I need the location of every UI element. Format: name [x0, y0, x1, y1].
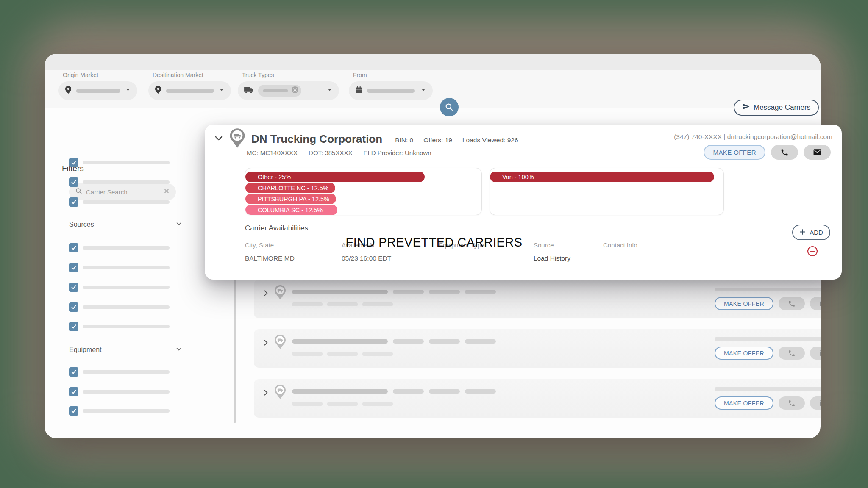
checkbox-checked[interactable]	[69, 197, 78, 207]
screen: Origin Market Desitination Market	[0, 0, 868, 488]
carrier-row-summary	[262, 334, 496, 356]
minus-circle-icon	[807, 246, 818, 257]
carrier-search-input[interactable]	[86, 189, 160, 196]
call-button[interactable]	[779, 347, 805, 360]
clear-search-icon[interactable]	[163, 188, 170, 196]
remove-availability-button[interactable]	[807, 246, 818, 257]
from-date-label: From	[353, 72, 433, 78]
lane-pill-label: Other - 25%	[258, 174, 291, 180]
search-button[interactable]	[440, 98, 459, 116]
chip-clear-icon[interactable]	[291, 86, 299, 95]
lane-pill: CHARLOTTE NC - 12.5%	[245, 183, 335, 193]
chevron-down-icon	[175, 345, 183, 355]
origin-market-value-placeholder	[76, 89, 120, 93]
chevron-down-icon	[175, 220, 183, 229]
email-button[interactable]	[810, 297, 821, 310]
checkbox-checked[interactable]	[69, 302, 78, 312]
carrier-actions: MAKE OFFER	[704, 145, 831, 160]
make-offer-button[interactable]: MAKE OFFER	[715, 347, 773, 360]
add-availability-button[interactable]: ADD	[792, 225, 830, 240]
origin-market-select[interactable]	[58, 81, 137, 100]
carrier-row-collapsed[interactable]: MAKE OFFER	[254, 379, 821, 418]
checkbox-checked[interactable]	[69, 263, 78, 272]
filter-bar: Origin Market Desitination Market	[45, 70, 821, 108]
carrier-row-collapsed[interactable]: MAKE OFFER	[254, 329, 821, 368]
filter-option-row	[69, 387, 170, 396]
chevron-down-icon	[125, 86, 131, 95]
carrier-stats: BIN: 0 Offers: 19 Loads Viewed: 926	[395, 134, 518, 144]
filter-option-row	[69, 406, 170, 416]
equipment-section-header[interactable]: Equipment	[69, 345, 183, 355]
filter-option-placeholder	[83, 266, 170, 269]
filter-option-row	[69, 243, 170, 252]
lane-pill: COLUMBIA SC - 12.5%	[245, 205, 337, 215]
from-date-select[interactable]	[349, 81, 433, 100]
carrier-pin-truck-icon	[274, 334, 286, 351]
truck-type-chip-placeholder	[263, 89, 288, 92]
filter-option-placeholder	[83, 305, 170, 309]
email-button[interactable]	[810, 347, 821, 360]
call-button[interactable]	[771, 145, 798, 160]
checkbox-checked[interactable]	[69, 406, 78, 416]
checkbox-checked[interactable]	[69, 283, 78, 292]
call-button[interactable]	[779, 396, 805, 410]
chevron-right-icon[interactable]	[262, 338, 270, 349]
bin-stat: BIN: 0	[395, 136, 413, 144]
truck-types-label: Truck Types	[242, 72, 339, 78]
make-offer-button[interactable]: MAKE OFFER	[715, 297, 773, 310]
phone-icon	[788, 349, 796, 357]
message-carriers-button[interactable]: Message Carriers	[734, 100, 819, 116]
checkbox-checked[interactable]	[69, 243, 78, 252]
truck-type-chip[interactable]	[258, 85, 301, 97]
lane-pill-label: COLUMBIA SC - 12.5%	[258, 207, 323, 214]
truck-types-filter: Truck Types	[238, 72, 339, 100]
lane-pill: Other - 25%	[245, 172, 425, 182]
calendar-icon	[355, 86, 363, 96]
carrier-name: DN Trucking Corporation	[251, 133, 382, 146]
location-pin-icon	[64, 86, 72, 96]
availability-contact-info	[603, 255, 754, 262]
chevron-down-icon	[326, 86, 333, 95]
mail-icon	[813, 149, 822, 156]
truck-icon	[244, 86, 254, 96]
lane-pill: PITTSBURGH PA - 12.5%	[245, 194, 336, 204]
contact-placeholder	[715, 288, 821, 291]
truck-types-select[interactable]	[238, 81, 339, 100]
filter-option-row	[69, 302, 170, 312]
availability-equipment-type	[439, 255, 534, 262]
loads-viewed-stat: Loads Viewed: 926	[462, 136, 518, 144]
chevron-right-icon[interactable]	[262, 388, 270, 399]
call-button[interactable]	[779, 297, 805, 310]
filter-option-row	[69, 322, 170, 331]
email-button[interactable]	[810, 396, 821, 410]
availability-source[interactable]: Load History	[534, 255, 603, 262]
sources-section-header[interactable]: Sources	[69, 220, 183, 229]
checkbox-checked[interactable]	[69, 158, 78, 167]
carrier-row-summary	[262, 384, 496, 406]
from-date-value-placeholder	[367, 89, 415, 93]
chevron-down-icon[interactable]	[213, 133, 224, 145]
equipment-header-label: Equipment	[69, 346, 102, 354]
checkbox-checked[interactable]	[69, 322, 78, 331]
checkbox-checked[interactable]	[69, 387, 78, 396]
equipment-breakdown-chart: Van - 100%	[490, 168, 724, 215]
column-header: Contact Info	[603, 241, 754, 249]
phone-icon	[788, 300, 796, 308]
make-offer-button[interactable]: MAKE OFFER	[715, 396, 773, 410]
availability-city-state: BALTIMORE MD	[245, 255, 342, 262]
lane-pill-label: PITTSBURGH PA - 12.5%	[258, 196, 329, 202]
email-button[interactable]	[804, 145, 831, 160]
filter-option-placeholder	[83, 390, 170, 394]
filter-option-placeholder	[83, 325, 170, 328]
make-offer-button[interactable]: MAKE OFFER	[704, 145, 765, 160]
destination-market-select[interactable]	[148, 81, 231, 100]
overlay-watermark-text: FIND PREVETTED CARRIERS	[346, 236, 523, 250]
column-header: Source	[534, 241, 603, 249]
checkbox-checked[interactable]	[69, 367, 78, 377]
location-pin-icon	[154, 86, 162, 96]
chevron-right-icon[interactable]	[262, 289, 270, 299]
carrier-row-collapsed[interactable]: MAKE OFFER	[254, 280, 821, 318]
checkbox-checked[interactable]	[69, 177, 78, 187]
add-button-label: ADD	[810, 229, 823, 236]
contact-placeholder	[715, 387, 821, 391]
